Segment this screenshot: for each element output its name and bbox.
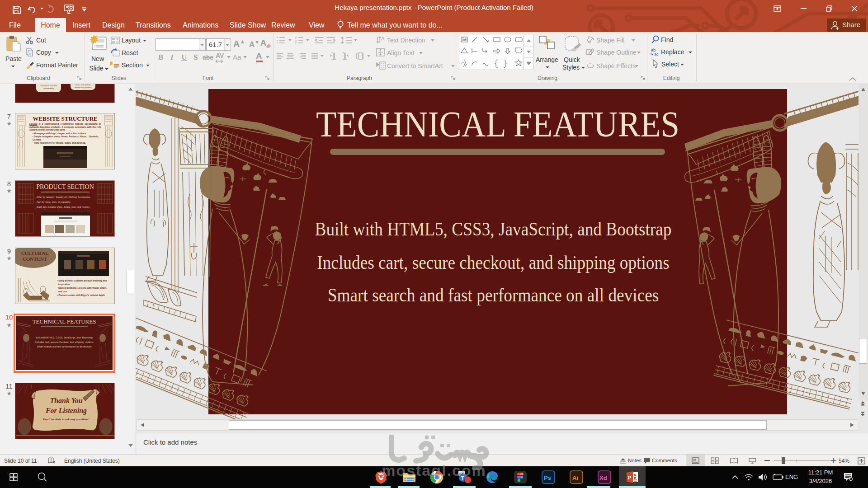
svg-text:A: A: [381, 36, 385, 41]
svg-text:Ai: Ai: [572, 474, 578, 481]
svg-text:A: A: [464, 38, 467, 41]
svg-text:ac: ac: [654, 52, 659, 56]
svg-text:Xd: Xd: [599, 474, 607, 481]
svg-text:P: P: [628, 475, 631, 480]
svg-text:Ps: Ps: [544, 474, 551, 481]
svg-text:3: 3: [295, 42, 297, 45]
